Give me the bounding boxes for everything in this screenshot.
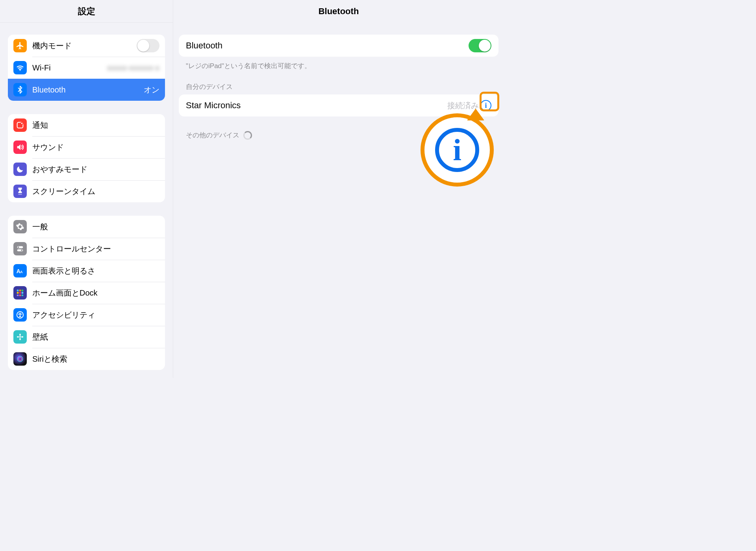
svg-rect-13 <box>19 292 21 294</box>
sidebar-item-label: 一般 <box>32 222 159 232</box>
sidebar-group-network: 機内モード Wi-Fi xxxxx-xxxxxx-x <box>8 35 165 101</box>
sidebar-item-label: アクセシビリティ <box>32 310 159 320</box>
svg-point-23 <box>17 336 19 338</box>
svg-rect-16 <box>19 295 21 296</box>
wifi-network-name: xxxxx-xxxxxx-x <box>107 63 159 72</box>
svg-rect-15 <box>17 295 19 296</box>
flower-icon <box>13 330 27 344</box>
sidebar-item-notifications[interactable]: 通知 <box>8 114 165 136</box>
airplane-icon <box>13 39 27 52</box>
sidebar-group-system: 一般 コントロールセンター AA 画面表示と明るさ <box>8 216 165 370</box>
hourglass-icon <box>13 185 27 198</box>
sidebar-item-label: おやすみモード <box>32 164 159 175</box>
my-devices-header: 自分のデバイス <box>179 70 498 94</box>
sidebar-item-dnd[interactable]: おやすみモード <box>8 158 165 180</box>
device-name: Star Micronics <box>186 100 447 111</box>
svg-text:A: A <box>20 270 23 274</box>
info-icon-large: i <box>435 128 479 172</box>
sidebar-item-sounds[interactable]: サウンド <box>8 136 165 158</box>
sidebar-item-label: Siriと検索 <box>32 354 159 364</box>
sidebar-item-label: コントロールセンター <box>32 244 159 254</box>
sidebar-item-general[interactable]: 一般 <box>8 216 165 238</box>
bluetooth-toggle-row[interactable]: Bluetooth <box>179 35 498 57</box>
settings-sidebar: 設定 機内モード Wi-Fi x <box>0 0 173 378</box>
sidebar-group-alerts: 通知 サウンド おやすみモード <box>8 114 165 202</box>
svg-point-4 <box>18 246 19 248</box>
bluetooth-toggle-label: Bluetooth <box>186 41 469 51</box>
svg-rect-14 <box>22 292 24 294</box>
sidebar-item-control-center[interactable]: コントロールセンター <box>8 238 165 260</box>
bluetooth-toggle[interactable] <box>469 39 491 52</box>
sidebar-item-airplane[interactable]: 機内モード <box>8 35 165 57</box>
sidebar-item-display[interactable]: AA 画面表示と明るさ <box>8 260 165 282</box>
detail-title: Bluetooth <box>173 0 504 23</box>
svg-rect-9 <box>17 290 19 292</box>
svg-rect-17 <box>22 295 24 296</box>
other-devices-label: その他のデバイス <box>186 131 239 140</box>
accessibility-icon <box>13 308 27 322</box>
toggles-icon <box>13 242 27 255</box>
gear-icon <box>13 220 27 233</box>
text-size-icon: AA <box>13 264 27 277</box>
annotation-callout: i <box>421 113 494 187</box>
airplane-toggle[interactable] <box>137 39 159 52</box>
svg-rect-12 <box>17 292 19 294</box>
svg-rect-11 <box>22 290 24 292</box>
sidebar-item-bluetooth[interactable]: Bluetooth オン <box>8 79 165 101</box>
svg-point-2 <box>21 122 23 125</box>
sidebar-item-label: 画面表示と明るさ <box>32 266 159 276</box>
sidebar-item-label: サウンド <box>32 142 159 153</box>
sidebar-item-label: 通知 <box>32 120 159 131</box>
svg-point-20 <box>19 336 21 338</box>
sidebar-item-label: 機内モード <box>32 41 137 51</box>
sidebar-item-accessibility[interactable]: アクセシビリティ <box>8 304 165 326</box>
sidebar-item-value: オン <box>144 85 159 95</box>
svg-point-19 <box>20 312 21 314</box>
detail-body: Bluetooth "レジのiPad"という名前で検出可能です。 自分のデバイス… <box>173 23 504 378</box>
svg-point-21 <box>19 334 21 336</box>
svg-point-24 <box>21 336 24 338</box>
spinner-icon <box>243 131 252 140</box>
svg-point-0 <box>20 70 20 71</box>
wifi-icon <box>13 61 27 74</box>
notifications-icon <box>13 118 27 132</box>
sounds-icon <box>13 141 27 154</box>
siri-icon <box>13 352 27 366</box>
app-grid-icon <box>13 286 27 300</box>
sidebar-item-label: 壁紙 <box>32 332 159 342</box>
sidebar-item-wallpaper[interactable]: 壁紙 <box>8 326 165 348</box>
sidebar-item-home[interactable]: ホーム画面とDock <box>8 282 165 304</box>
sidebar-item-screentime[interactable]: スクリーンタイム <box>8 180 165 202</box>
sidebar-item-siri[interactable]: Siriと検索 <box>8 348 165 370</box>
svg-point-26 <box>19 357 22 361</box>
detail-pane: Bluetooth Bluetooth "レジのiPad"という名前で検出可能で… <box>173 0 504 378</box>
svg-point-22 <box>19 338 21 340</box>
sidebar-item-label: Bluetooth <box>32 85 141 94</box>
callout-ring: i <box>421 113 494 187</box>
sidebar-item-label: スクリーンタイム <box>32 186 159 197</box>
sidebar-item-label: ホーム画面とDock <box>32 288 159 298</box>
moon-icon <box>13 163 27 176</box>
sidebar-item-wifi[interactable]: Wi-Fi xxxxx-xxxxxx-x <box>8 57 165 79</box>
ipad-settings: 設定 機内モード Wi-Fi x <box>0 0 504 378</box>
bluetooth-toggle-card: Bluetooth <box>179 35 498 57</box>
sidebar-scroll[interactable]: 機内モード Wi-Fi xxxxx-xxxxxx-x <box>0 23 173 378</box>
sidebar-title: 設定 <box>0 0 173 23</box>
toggle-knob <box>137 40 149 52</box>
svg-point-6 <box>21 250 22 251</box>
sidebar-item-label: Wi-Fi <box>32 63 104 72</box>
bluetooth-icon <box>13 83 27 96</box>
svg-rect-10 <box>19 290 21 292</box>
callout-tail <box>467 109 484 120</box>
discoverable-hint: "レジのiPad"という名前で検出可能です。 <box>179 57 498 70</box>
toggle-knob <box>479 40 491 52</box>
